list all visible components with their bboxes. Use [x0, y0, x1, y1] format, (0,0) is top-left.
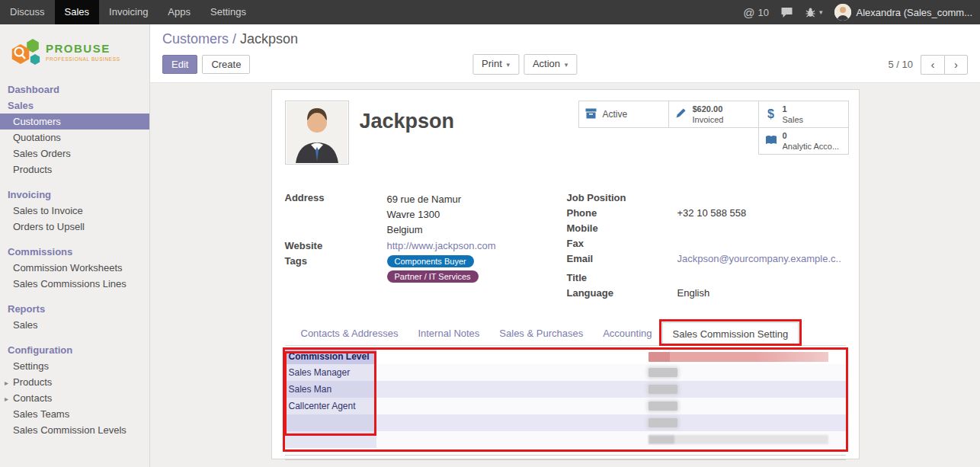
- active-stat-button[interactable]: Active: [578, 101, 669, 128]
- user-menu[interactable]: Alexandra (Sales_comm...: [834, 4, 972, 21]
- sidebar-item-sales-commission-levels[interactable]: Sales Commission Levels: [0, 422, 149, 438]
- email-link[interactable]: Jackpson@yourcompany.example.c..: [677, 253, 841, 266]
- mobile-label: Mobile: [567, 222, 677, 235]
- chevron-right-icon: ▸: [5, 377, 8, 389]
- breadcrumb-current: Jackpson: [240, 31, 298, 46]
- phone-label: Phone: [567, 207, 677, 220]
- print-label: Print: [482, 58, 502, 69]
- sidebar-section-sales[interactable]: Sales: [0, 98, 149, 114]
- sidebar-item-label: Products: [13, 376, 52, 388]
- logo-subtitle: PROFESSIONAL BUSINESS: [46, 56, 120, 62]
- menu-settings[interactable]: Settings: [200, 0, 256, 24]
- mentions-menu[interactable]: @ 10: [743, 6, 769, 19]
- table-row[interactable]: [285, 414, 846, 431]
- tab-contacts-addresses[interactable]: Contacts & Addresses: [291, 322, 408, 345]
- table-row[interactable]: Sales Manager: [285, 364, 846, 381]
- commission-level-cell: Sales Man: [285, 381, 376, 398]
- address-line-3: Belgium: [387, 222, 462, 238]
- menu-discuss[interactable]: Discuss: [0, 0, 55, 24]
- sidebar-section-reports[interactable]: Reports: [0, 301, 149, 317]
- breadcrumb-customers-link[interactable]: Customers: [162, 31, 229, 46]
- commission-level-cell: Callcenter Agent: [285, 398, 376, 414]
- sidebar-item-sales-commissions-lines[interactable]: Sales Commissions Lines: [0, 276, 149, 292]
- tag-components-buyer: Components Buyer: [387, 255, 474, 267]
- pager-next-button[interactable]: ›: [944, 55, 968, 75]
- breadcrumb: Customers / Jackpson: [162, 31, 968, 47]
- create-button[interactable]: Create: [202, 55, 250, 74]
- mention-count: 10: [758, 7, 769, 18]
- menu-invoicing[interactable]: Invoicing: [99, 0, 158, 24]
- language-value: English: [677, 287, 710, 300]
- sidebar-item-config-products[interactable]: ▸ Products: [0, 374, 149, 390]
- breadcrumb-separator: /: [232, 31, 236, 46]
- logo-title: PROBUSE: [46, 42, 120, 55]
- redacted-cell: [649, 435, 828, 444]
- pager-counter: 5 / 10: [888, 59, 913, 70]
- commission-level-cell: [285, 414, 376, 431]
- caret-down-icon: ▾: [506, 61, 510, 69]
- email-label: Email: [567, 253, 677, 266]
- commission-level-cell: Sales Manager: [285, 364, 376, 381]
- analytic-accounts-stat-button[interactable]: 0 Analytic Acco...: [758, 127, 849, 155]
- website-label: Website: [285, 240, 387, 253]
- chevron-right-icon: ▸: [5, 393, 8, 405]
- debug-menu[interactable]: ▾: [805, 7, 823, 18]
- book-icon: [764, 135, 779, 148]
- pager-previous-button[interactable]: ‹: [921, 55, 944, 75]
- stat-label: Sales: [783, 115, 804, 124]
- stat-value: 1: [783, 104, 787, 114]
- address-line-1: 69 rue de Namur: [387, 192, 462, 207]
- table-row[interactable]: Callcenter Agent: [285, 398, 846, 414]
- sidebar-section-configuration[interactable]: Configuration: [0, 342, 149, 358]
- redacted-cell: [649, 385, 677, 394]
- tab-label: Sales Commission Setting: [673, 328, 789, 340]
- sidebar-item-sales-teams[interactable]: Sales Teams: [0, 406, 149, 422]
- website-link[interactable]: http://www.jackpson.com: [387, 240, 496, 253]
- sidebar-item-customers[interactable]: Customers: [0, 114, 149, 130]
- stat-value: $620.00: [693, 104, 723, 114]
- address-label: Address: [285, 192, 387, 238]
- edit-button[interactable]: Edit: [162, 55, 197, 74]
- redacted-cell: [649, 401, 677, 411]
- sidebar-item-settings[interactable]: Settings: [0, 358, 149, 374]
- tag-partner-it-services: Partner / IT Services: [387, 270, 479, 283]
- record-title: Jackpson: [360, 110, 455, 166]
- sidebar-section-invoicing[interactable]: Invoicing: [0, 187, 149, 203]
- tab-internal-notes[interactable]: Internal Notes: [408, 322, 489, 345]
- redacted-cell: [649, 418, 677, 427]
- pencil-icon: [674, 107, 689, 121]
- sidebar-item-products[interactable]: Products: [0, 162, 149, 178]
- app-logo[interactable]: PROBUSE PROFESSIONAL BUSINESS: [0, 24, 149, 82]
- column-header-commission-level[interactable]: Commission Level: [285, 350, 376, 364]
- form-sheet: Jackpson Active: [271, 89, 860, 459]
- tab-sales-purchases[interactable]: Sales & Purchases: [489, 322, 593, 345]
- control-panel: Customers / Jackpson Edit Create Print ▾…: [150, 24, 980, 83]
- menu-apps[interactable]: Apps: [158, 0, 200, 24]
- action-dropdown-button[interactable]: Action ▾: [524, 54, 577, 75]
- sidebar-item-orders-to-upsell[interactable]: Orders to Upsell: [0, 219, 149, 235]
- table-row[interactable]: Sales Man: [285, 381, 846, 398]
- user-name: Alexandra (Sales_comm...: [857, 7, 972, 18]
- sales-stat-button[interactable]: $ 1 Sales: [758, 101, 849, 128]
- invoiced-stat-button[interactable]: $620.00 Invoiced: [668, 101, 759, 128]
- sidebar-section-dashboard[interactable]: Dashboard: [0, 82, 149, 98]
- print-dropdown-button[interactable]: Print ▾: [472, 54, 519, 75]
- sidebar-item-reports-sales[interactable]: Sales: [0, 317, 149, 333]
- messages-menu[interactable]: [780, 6, 793, 18]
- sidebar-item-sales-to-invoice[interactable]: Sales to Invoice: [0, 203, 149, 219]
- sidebar-item-config-contacts[interactable]: ▸ Contacts: [0, 390, 149, 406]
- tab-sales-commission-setting[interactable]: Sales Commission Setting: [662, 322, 799, 346]
- customer-photo: [285, 101, 349, 165]
- table-row[interactable]: [285, 431, 846, 448]
- user-avatar: [834, 4, 851, 21]
- redacted-cell: [649, 368, 677, 377]
- sidebar-item-sales-orders[interactable]: Sales Orders: [0, 146, 149, 162]
- chat-bubble-icon: [780, 6, 793, 18]
- tab-accounting[interactable]: Accounting: [593, 322, 661, 345]
- sidebar-item-quotations[interactable]: Quotations: [0, 130, 149, 146]
- commission-level-cell: [285, 431, 376, 448]
- menu-sales[interactable]: Sales: [55, 0, 100, 24]
- notebook-tabs: Contacts & Addresses Internal Notes Sale…: [285, 322, 846, 346]
- sidebar-item-commission-worksheets[interactable]: Commission Worksheets: [0, 260, 149, 276]
- sidebar-section-commissions[interactable]: Commissions: [0, 244, 149, 260]
